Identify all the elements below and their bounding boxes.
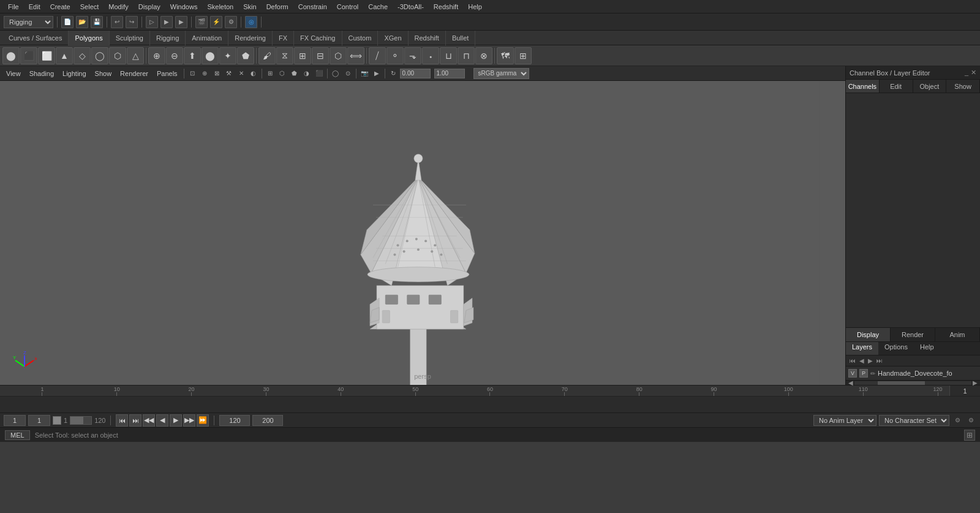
- play-end-btn[interactable]: ⏩: [197, 414, 209, 427]
- shelf-icon-sphere[interactable]: ⬤: [2, 47, 20, 64]
- shelf-icon-fill[interactable]: ⬟: [237, 47, 254, 64]
- rp-scrollbar[interactable]: ◀ ▶: [846, 380, 980, 385]
- vp-refresh-btn[interactable]: ↻: [388, 68, 399, 79]
- vp-menu-renderer[interactable]: Renderer: [116, 69, 152, 78]
- vp-backface-btn[interactable]: ◯: [330, 68, 341, 79]
- shelf-icon-bool-int[interactable]: ⊗: [475, 47, 492, 64]
- menu-file[interactable]: File: [4, 2, 23, 12]
- shelf-icon-smooth[interactable]: ⚬: [386, 47, 404, 64]
- new-file-btn[interactable]: 📄: [61, 16, 74, 28]
- vp-playblast-btn[interactable]: ▶: [371, 68, 382, 79]
- camera-btn[interactable]: ◎: [245, 16, 257, 28]
- snap-btn-3[interactable]: ▶: [175, 16, 187, 28]
- channel-tab-edit[interactable]: Edit: [880, 80, 913, 93]
- play-play-btn[interactable]: ▶: [170, 414, 182, 427]
- rp-minimize-icon[interactable]: _: [965, 69, 968, 77]
- shelf-tab-polygons[interactable]: Polygons: [69, 31, 109, 45]
- vp-focus-btn[interactable]: ⊕: [199, 68, 210, 79]
- vp-wireframe-btn[interactable]: ⬡: [277, 68, 288, 79]
- menu-3dtoall[interactable]: -3DtoAll-: [393, 2, 428, 12]
- channel-tab-object[interactable]: Object: [913, 80, 947, 93]
- shelf-icon-plane[interactable]: ◇: [74, 47, 91, 64]
- menu-control[interactable]: Control: [333, 2, 363, 12]
- snap-btn-2[interactable]: ▶: [160, 16, 173, 28]
- gamma-input[interactable]: [400, 69, 431, 78]
- shelf-icon-flip[interactable]: ⟺: [347, 47, 364, 64]
- layers-tab-layers[interactable]: Layers: [846, 342, 878, 355]
- shelf-tab-xgen[interactable]: XGen: [378, 31, 408, 45]
- vp-xray-btn[interactable]: ⊙: [342, 68, 353, 79]
- undo-btn[interactable]: ↩: [111, 16, 123, 28]
- shelf-icon-remesh[interactable]: ⬩: [422, 47, 439, 64]
- scroll-track[interactable]: [854, 381, 971, 385]
- shelf-icon-cylinder[interactable]: ⬜: [38, 47, 55, 64]
- shelf-icon-split[interactable]: ⧖: [276, 47, 293, 64]
- gamma-select[interactable]: sRGB gamma: [473, 68, 529, 79]
- vp-isolate-btn[interactable]: ◐: [248, 68, 259, 79]
- channel-tab-channels[interactable]: Channels: [846, 80, 880, 93]
- menu-skin[interactable]: Skin: [239, 2, 260, 12]
- shelf-icon-offset[interactable]: ⬡: [330, 47, 347, 64]
- viewport-canvas[interactable]: persp X Y Z: [0, 81, 845, 385]
- layer-v-btn[interactable]: V: [848, 369, 857, 378]
- layers-nav-prev[interactable]: ◀: [858, 357, 865, 364]
- display-tab-display[interactable]: Display: [846, 328, 891, 341]
- frame-start-input[interactable]: [4, 415, 26, 426]
- shelf-tab-bullet[interactable]: Bullet: [446, 31, 476, 45]
- ipr-btn[interactable]: ⚡: [210, 16, 222, 28]
- rp-close-icon[interactable]: ✕: [971, 69, 976, 77]
- menu-constrain[interactable]: Constrain: [294, 2, 331, 12]
- vp-menu-shading[interactable]: Shading: [26, 69, 58, 78]
- shelf-icon-prism[interactable]: ⬡: [109, 47, 126, 64]
- status-icon-btn[interactable]: ⊞: [964, 430, 975, 441]
- display-tab-anim[interactable]: Anim: [935, 328, 980, 341]
- frame-range-input[interactable]: [28, 415, 50, 426]
- play-prev-btn[interactable]: ◀: [156, 414, 168, 427]
- shelf-tab-fx-caching[interactable]: FX Caching: [294, 31, 342, 45]
- layers-tab-help[interactable]: Help: [914, 342, 940, 355]
- shelf-icon-reduce[interactable]: ⬎: [404, 47, 421, 64]
- anim-layer-icon[interactable]: ⚙: [952, 415, 963, 426]
- play-start-btn[interactable]: ⏮: [116, 414, 128, 427]
- menu-cache[interactable]: Cache: [364, 2, 392, 12]
- shelf-tab-curves[interactable]: Curves / Surfaces: [2, 31, 69, 45]
- shelf-tab-custom[interactable]: Custom: [342, 31, 379, 45]
- frame-progress[interactable]: [70, 416, 92, 425]
- shelf-tab-sculpting[interactable]: Sculpting: [110, 31, 150, 45]
- shelf-tab-rigging[interactable]: Rigging: [150, 31, 186, 45]
- display-tab-render[interactable]: Render: [891, 328, 935, 341]
- menu-create[interactable]: Create: [46, 2, 75, 12]
- shelf-icon-combine[interactable]: ⊕: [148, 47, 165, 64]
- vp-menu-view[interactable]: View: [2, 69, 24, 78]
- redo-btn[interactable]: ↪: [126, 16, 138, 28]
- channel-tab-show[interactable]: Show: [946, 80, 980, 93]
- save-btn[interactable]: 💾: [91, 16, 103, 28]
- workspace-select[interactable]: Rigging Modeling Animation Rendering: [4, 16, 53, 28]
- play-next-btn[interactable]: ▶▶: [183, 414, 195, 427]
- anim-layer-select[interactable]: No Anim Layer: [813, 415, 876, 426]
- vp-shade-btn[interactable]: ◑: [301, 68, 312, 79]
- shelf-tab-animation[interactable]: Animation: [186, 31, 228, 45]
- render-settings-btn[interactable]: ⚙: [225, 16, 237, 28]
- menu-redshift[interactable]: Redshift: [429, 2, 462, 12]
- exposure-input[interactable]: [434, 69, 465, 78]
- shelf-icon-bevel[interactable]: ⬤: [202, 47, 219, 64]
- menu-deform[interactable]: Deform: [262, 2, 293, 12]
- shelf-tab-rendering[interactable]: Rendering: [228, 31, 273, 45]
- range-end-input[interactable]: [219, 415, 250, 426]
- shelf-icon-pyramid[interactable]: △: [127, 47, 144, 64]
- shelf-icon-paint[interactable]: 🖌: [258, 47, 276, 64]
- char-set-icon[interactable]: ⚙: [965, 415, 976, 426]
- shelf-icon-merge[interactable]: ✦: [219, 47, 236, 64]
- play-prev-frame-btn[interactable]: ◀◀: [143, 414, 155, 427]
- vp-menu-lighting[interactable]: Lighting: [59, 69, 90, 78]
- vp-menu-panels[interactable]: Panels: [153, 69, 181, 78]
- anim-end-input[interactable]: [252, 415, 283, 426]
- shelf-tab-redshift[interactable]: Redshift: [409, 31, 446, 45]
- menu-skeleton[interactable]: Skeleton: [203, 2, 238, 12]
- layers-tab-options[interactable]: Options: [878, 342, 914, 355]
- char-set-select[interactable]: No Character Set: [879, 415, 949, 426]
- vp-select-btn[interactable]: ⊡: [187, 68, 198, 79]
- open-file-btn[interactable]: 📂: [76, 16, 88, 28]
- vp-snap-btn[interactable]: ✕: [236, 68, 247, 79]
